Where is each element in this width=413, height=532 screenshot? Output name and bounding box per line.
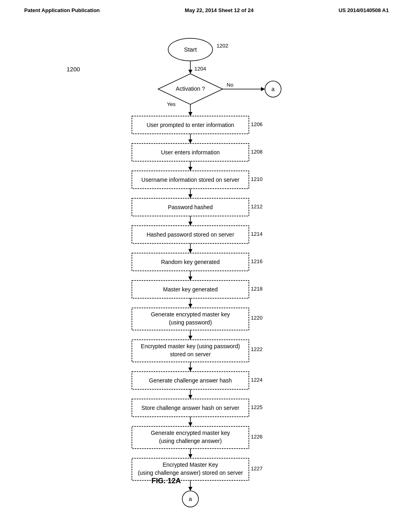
svg-text:User prompted to enter informa: User prompted to enter information bbox=[146, 122, 234, 128]
svg-text:Random key generated: Random key generated bbox=[161, 259, 220, 265]
svg-text:Username information stored on: Username information stored on server bbox=[142, 177, 240, 183]
svg-text:stored on server: stored on server bbox=[170, 351, 211, 357]
svg-text:1208: 1208 bbox=[251, 149, 263, 155]
svg-text:1218: 1218 bbox=[251, 286, 263, 292]
svg-marker-30 bbox=[188, 194, 192, 198]
svg-text:1226: 1226 bbox=[251, 434, 263, 440]
svg-marker-25 bbox=[188, 167, 192, 171]
svg-text:(using challenge answer) store: (using challenge answer) stored on serve… bbox=[138, 470, 243, 476]
svg-text:Hashed password stored on serv: Hashed password stored on server bbox=[146, 231, 234, 238]
svg-text:Activation ?: Activation ? bbox=[176, 85, 205, 92]
svg-marker-35 bbox=[188, 222, 192, 226]
svg-marker-84 bbox=[188, 487, 192, 491]
svg-text:(using challenge answer): (using challenge answer) bbox=[159, 438, 222, 444]
svg-text:Encrypted Master Key: Encrypted Master Key bbox=[163, 461, 218, 468]
svg-marker-20 bbox=[188, 139, 192, 143]
svg-text:1206: 1206 bbox=[251, 121, 263, 127]
svg-text:Yes: Yes bbox=[167, 101, 176, 107]
svg-text:Encrypted master key (using pa: Encrypted master key (using password) bbox=[141, 343, 240, 349]
diagram-container: 1200 Start 1202 1204 Activation ? No a Y… bbox=[0, 17, 413, 493]
svg-marker-56 bbox=[188, 336, 192, 340]
svg-text:(using password): (using password) bbox=[169, 319, 212, 326]
svg-text:Generate challenge answer hash: Generate challenge answer hash bbox=[149, 377, 232, 384]
svg-text:Generate encrypted master key: Generate encrypted master key bbox=[151, 430, 230, 436]
svg-marker-10 bbox=[261, 87, 265, 91]
svg-text:1220: 1220 bbox=[251, 315, 263, 321]
svg-text:1222: 1222 bbox=[251, 346, 263, 352]
svg-marker-62 bbox=[188, 368, 192, 372]
svg-text:Generate encrypted master key: Generate encrypted master key bbox=[151, 311, 230, 318]
svg-text:1225: 1225 bbox=[251, 404, 263, 410]
svg-marker-15 bbox=[188, 112, 192, 116]
header-left: Patent Application Publication bbox=[24, 7, 100, 13]
svg-text:Password hashed: Password hashed bbox=[168, 204, 213, 210]
svg-text:Start: Start bbox=[184, 46, 197, 53]
svg-text:1202: 1202 bbox=[217, 43, 228, 49]
svg-text:1212: 1212 bbox=[251, 204, 263, 210]
svg-marker-40 bbox=[188, 249, 192, 253]
svg-text:Store challenge answer hash on: Store challenge answer hash on server bbox=[142, 405, 240, 411]
svg-text:1227: 1227 bbox=[251, 466, 263, 472]
svg-marker-45 bbox=[188, 276, 192, 281]
diagram-number: 1200 bbox=[67, 66, 80, 73]
svg-text:User enters information: User enters information bbox=[161, 149, 220, 156]
svg-text:1224: 1224 bbox=[251, 377, 263, 383]
svg-text:Master key generated: Master key generated bbox=[163, 286, 217, 293]
svg-text:1214: 1214 bbox=[251, 231, 263, 237]
header-right: US 2014/0140508 A1 bbox=[338, 7, 389, 13]
svg-marker-67 bbox=[188, 395, 192, 399]
svg-text:a: a bbox=[271, 86, 275, 92]
flowchart-svg: Start 1202 1204 Activation ? No a Yes Us… bbox=[65, 25, 348, 509]
header-middle: May 22, 2014 Sheet 12 of 24 bbox=[185, 7, 254, 13]
svg-marker-50 bbox=[188, 304, 192, 308]
svg-text:1210: 1210 bbox=[251, 176, 263, 182]
svg-text:1216: 1216 bbox=[251, 258, 263, 264]
svg-text:a: a bbox=[189, 496, 192, 502]
svg-text:No: No bbox=[227, 82, 234, 88]
svg-text:1204: 1204 bbox=[194, 66, 206, 72]
svg-marker-78 bbox=[188, 454, 192, 458]
svg-marker-72 bbox=[188, 422, 192, 426]
svg-marker-4 bbox=[188, 70, 192, 74]
fig-label: FIG. 12A bbox=[151, 477, 181, 485]
